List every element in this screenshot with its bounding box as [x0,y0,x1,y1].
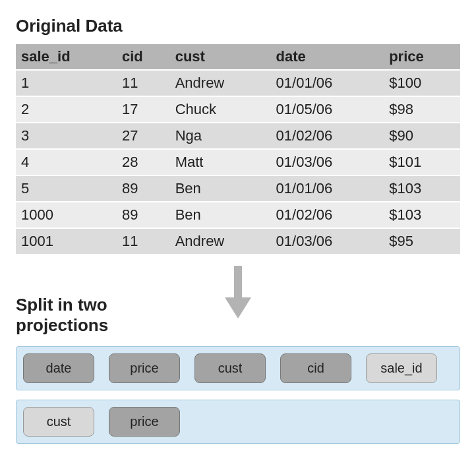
table-cell: Ben [170,175,271,202]
col-price: price [384,44,460,70]
table-cell: 11 [117,70,170,96]
table-cell: 5 [16,175,117,202]
table-row: 111Andrew01/01/06$100 [16,70,460,96]
svg-rect-0 [234,266,242,299]
table-cell: Nga [170,123,271,149]
table-cell: $103 [384,202,460,228]
table-cell: 01/02/06 [271,202,384,228]
original-data-table: sale_id cid cust date price 111Andrew01/… [16,44,460,255]
projection-column-pill: sale_id [366,353,437,383]
table-row: 428Matt01/03/06$101 [16,149,460,175]
col-cust: cust [170,44,271,70]
table-row: 100111Andrew01/03/06$95 [16,228,460,255]
table-cell: 28 [117,149,170,175]
table-cell: Andrew [170,70,271,96]
table-cell: $100 [384,70,460,96]
table-cell: $101 [384,149,460,175]
table-cell: 89 [117,175,170,202]
arrow-down-icon [225,266,251,319]
projection-box: datepricecustcidsale_id [16,346,460,390]
table-cell: 27 [117,123,170,149]
table-row: 327Nga01/02/06$90 [16,123,460,149]
col-date: date [271,44,384,70]
projection-column-pill: cid [280,353,351,383]
split-projections-title: Split in two projections [16,295,187,336]
table-cell: Chuck [170,96,271,123]
table-row: 589Ben01/01/06$103 [16,175,460,202]
table-cell: 01/03/06 [271,228,384,255]
table-cell: $98 [384,96,460,123]
table-cell: 01/01/06 [271,175,384,202]
table-cell: 2 [16,96,117,123]
table-cell: 4 [16,149,117,175]
table-cell: 17 [117,96,170,123]
table-cell: 1001 [16,228,117,255]
table-cell: $103 [384,175,460,202]
table-cell: $95 [384,228,460,255]
table-cell: Andrew [170,228,271,255]
projection-column-pill: date [23,353,94,383]
table-row: 100089Ben01/02/06$103 [16,202,460,228]
projection-column-pill: price [109,407,180,437]
projection-column-pill: cust [23,407,94,437]
table-cell: 1000 [16,202,117,228]
table-row: 217Chuck01/05/06$98 [16,96,460,123]
col-sale_id: sale_id [16,44,117,70]
table-cell: 01/05/06 [271,96,384,123]
projection-column-pill: cust [194,353,266,383]
svg-marker-1 [225,297,251,319]
col-cid: cid [117,44,170,70]
table-cell: $90 [384,123,460,149]
table-cell: Matt [170,149,271,175]
projection-column-pill: price [109,353,180,383]
table-cell: 01/03/06 [271,149,384,175]
table-cell: 01/02/06 [271,123,384,149]
table-cell: 89 [117,202,170,228]
projection-box: custprice [16,400,460,444]
table-cell: 01/01/06 [271,70,384,96]
table-cell: 1 [16,70,117,96]
table-cell: 3 [16,123,117,149]
table-cell: Ben [170,202,271,228]
original-data-title: Original Data [16,16,460,36]
table-cell: 11 [117,228,170,255]
